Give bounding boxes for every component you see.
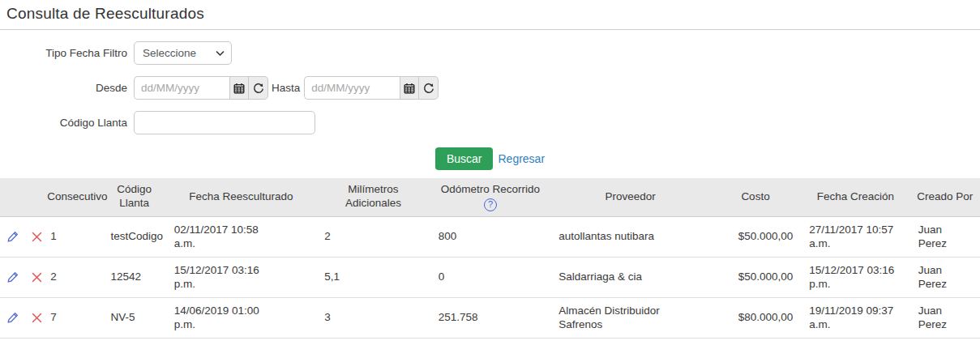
cell-costo: $50.000,00 bbox=[710, 216, 801, 257]
cell-odometro-recorrido: 0 bbox=[430, 257, 550, 297]
cell-codigo-llanta: testCodigo bbox=[102, 216, 165, 257]
header-costo: Costo bbox=[710, 178, 801, 216]
cell-proveedor: Saldarriaga & cia bbox=[550, 338, 710, 345]
edit-pencil-icon[interactable] bbox=[6, 230, 19, 243]
header-milimetros-adicionales: Milímetros Adicionales bbox=[316, 178, 430, 216]
header-odometro-recorrido: Odómetro Recorrido ? bbox=[430, 178, 550, 216]
fecha-creacion-value: 15/12/2017 03:16 p.m. bbox=[809, 263, 901, 292]
calendar-icon bbox=[233, 83, 245, 94]
chevron-down-icon bbox=[216, 50, 225, 57]
cell-proveedor: Almacén Distribuidor Safrenos bbox=[550, 297, 710, 338]
hasta-input[interactable] bbox=[304, 76, 400, 100]
cell-codigo-llanta: NV-5 bbox=[102, 297, 165, 338]
header-proveedor: Proveedor bbox=[550, 178, 710, 216]
table-row: 7 NV-5 14/06/2019 01:00 p.m. 3 251.758 A… bbox=[0, 297, 980, 338]
cell-consecutivo: 1 bbox=[42, 216, 102, 257]
cell-codigo-llanta: 6823 bbox=[102, 338, 165, 345]
fecha-creacion-value: 27/11/2017 10:57 a.m. bbox=[809, 223, 901, 251]
cell-creado-por: Juan Perez bbox=[910, 257, 980, 297]
delete-x-icon[interactable] bbox=[32, 272, 42, 283]
hasta-calendar-button[interactable] bbox=[400, 76, 419, 100]
refresh-icon bbox=[423, 83, 434, 94]
codigo-llanta-label: Código Llanta bbox=[0, 117, 134, 129]
cell-fecha-creacion: 27/11/2017 10:57 a.m. bbox=[801, 216, 909, 257]
fecha-reesculturado-value: 02/11/2017 10:58 a.m. bbox=[174, 223, 275, 251]
cell-consecutivo: 2 bbox=[42, 257, 102, 297]
delete-x-icon[interactable] bbox=[32, 313, 42, 323]
table-row: 2 12542 15/12/2017 03:16 p.m. 5,1 0 Sald… bbox=[0, 257, 980, 297]
codigo-llanta-input[interactable] bbox=[134, 111, 315, 134]
filter-form: Tipo Fecha Filtro Seleccione Desde bbox=[0, 41, 980, 170]
edit-pencil-icon[interactable] bbox=[6, 311, 19, 324]
question-circle-icon[interactable]: ? bbox=[484, 198, 497, 211]
cell-consecutivo: 8 bbox=[42, 338, 102, 345]
cell-odometro-recorrido: 800 bbox=[430, 216, 550, 257]
header-consecutivo: Consecutivo bbox=[42, 178, 102, 216]
desde-calendar-button[interactable] bbox=[229, 76, 249, 100]
results-table: Consecutivo Código Llanta Fecha Reescult… bbox=[0, 178, 980, 345]
fecha-creacion-value: 19/11/2019 09:37 a.m. bbox=[809, 304, 901, 332]
cell-codigo-llanta: 12542 bbox=[102, 257, 165, 297]
cell-odometro-recorrido: 251.758 bbox=[430, 297, 550, 338]
cell-creado-por: Juan Perez bbox=[910, 338, 980, 345]
table-row: 8 6823 17/12/2019 11:39 a.m. 4,5 20.290 … bbox=[0, 338, 980, 345]
cell-fecha-creacion: 15/12/2017 03:16 p.m. bbox=[801, 257, 909, 297]
cell-proveedor: Saldarriaga & cia bbox=[550, 257, 710, 297]
edit-pencil-icon[interactable] bbox=[6, 270, 19, 283]
cell-fecha-creacion: 19/11/2019 09:37 a.m. bbox=[801, 297, 909, 338]
header-odometro-label: Odómetro Recorrido bbox=[441, 183, 540, 195]
tipo-fecha-filtro-select[interactable]: Seleccione bbox=[134, 41, 232, 65]
cell-fecha-reesculturado: 17/12/2019 11:39 a.m. bbox=[166, 338, 317, 345]
cell-costo: $80.000,00 bbox=[710, 297, 801, 338]
cell-milimetros-adicionales: 3 bbox=[316, 297, 430, 338]
cell-fecha-creacion: 17/12/2019 11:40 a.m. bbox=[801, 338, 909, 345]
refresh-icon bbox=[253, 83, 264, 94]
cell-fecha-reesculturado: 14/06/2019 01:00 p.m. bbox=[166, 297, 317, 338]
table-body: 1 testCodigo 02/11/2017 10:58 a.m. 2 800… bbox=[0, 216, 980, 345]
tipo-fecha-filtro-selected-value: Seleccione bbox=[143, 47, 196, 59]
cell-proveedor: autollantas nutibara bbox=[550, 216, 710, 257]
header-fecha-reesculturado: Fecha Reesculturado bbox=[166, 178, 317, 216]
cell-fecha-reesculturado: 02/11/2017 10:58 a.m. bbox=[166, 216, 317, 257]
header-fecha-creacion: Fecha Creación bbox=[801, 178, 909, 216]
hasta-refresh-button[interactable] bbox=[419, 76, 439, 100]
desde-label: Desde bbox=[0, 82, 134, 94]
delete-x-icon[interactable] bbox=[32, 232, 42, 242]
table-header: Consecutivo Código Llanta Fecha Reescult… bbox=[0, 178, 980, 216]
desde-input[interactable] bbox=[134, 76, 229, 100]
cell-fecha-reesculturado: 15/12/2017 03:16 p.m. bbox=[166, 257, 317, 297]
header-codigo-llanta: Código Llanta bbox=[102, 178, 165, 216]
cell-creado-por: Juan Perez bbox=[910, 216, 980, 257]
regresar-link[interactable]: Regresar bbox=[498, 152, 545, 165]
cell-milimetros-adicionales: 4,5 bbox=[316, 338, 430, 345]
cell-consecutivo: 7 bbox=[42, 297, 102, 338]
buscar-button[interactable]: Buscar bbox=[435, 147, 494, 170]
cell-milimetros-adicionales: 5,1 bbox=[316, 257, 430, 297]
tipo-fecha-filtro-label: Tipo Fecha Filtro bbox=[0, 47, 134, 59]
header-actions bbox=[0, 178, 42, 216]
fecha-reesculturado-value: 15/12/2017 03:16 p.m. bbox=[174, 263, 275, 292]
cell-creado-por: Juan Perez bbox=[910, 297, 980, 338]
cell-milimetros-adicionales: 2 bbox=[316, 216, 430, 257]
cell-odometro-recorrido: 20.290 bbox=[430, 338, 550, 345]
cell-costo: $50.000,00 bbox=[710, 257, 801, 297]
header-creado-por: Creado Por bbox=[910, 178, 980, 216]
table-row: 1 testCodigo 02/11/2017 10:58 a.m. 2 800… bbox=[0, 216, 980, 257]
hasta-label: Hasta bbox=[268, 82, 304, 94]
desde-refresh-button[interactable] bbox=[249, 76, 268, 100]
page-header: Consulta de Reesculturados bbox=[0, 0, 980, 30]
cell-costo: $60.000,00 bbox=[710, 338, 801, 345]
page-title: Consulta de Reesculturados bbox=[6, 5, 972, 23]
calendar-icon bbox=[404, 83, 415, 94]
fecha-reesculturado-value: 14/06/2019 01:00 p.m. bbox=[174, 304, 275, 332]
